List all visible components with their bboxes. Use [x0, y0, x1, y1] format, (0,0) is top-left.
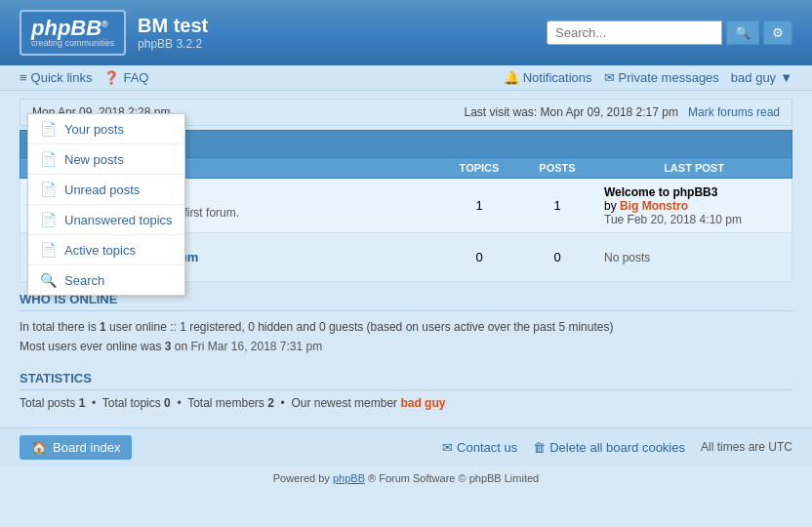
last-post-author: Big Monstro — [620, 199, 688, 213]
nav-right: 🔔 Notifications ✉ Private messages bad g… — [504, 70, 792, 85]
logo-tagline: creating communities — [31, 39, 114, 48]
total-topics-label: Total topics — [102, 396, 161, 410]
dropdown-search[interactable]: 🔍 Search — [28, 265, 184, 295]
search-label: Search — [64, 273, 104, 288]
search-area: 🔍 ⚙ — [547, 20, 792, 45]
online-count: 1 — [100, 320, 106, 334]
unanswered-topics-label: Unanswered topics — [64, 213, 173, 227]
unread-posts-label: Unread posts — [64, 182, 140, 197]
home-icon: 🏠 — [31, 440, 47, 455]
forum-last-post: Welcome to phpBB3 by Big Monstro Tue Feb… — [596, 182, 792, 230]
powered-by-text: Powered by — [273, 472, 330, 484]
forum-posts-count-2: 0 — [518, 250, 596, 264]
logo-area: phpBB® creating communities BM test phpB… — [20, 10, 208, 56]
quick-links-label: Quick links — [31, 70, 93, 85]
total-topics-val: 0 — [164, 396, 171, 410]
site-title-block: BM test phpBB 3.2.2 — [138, 15, 208, 51]
timezone-label: All times are UTC — [701, 440, 792, 454]
private-messages-link[interactable]: ✉ Private messages — [604, 70, 719, 85]
footer-left: 🏠 Board index — [20, 435, 132, 460]
contact-us-label: Contact us — [457, 440, 517, 455]
delete-cookies-label: Delete all board cookies — [549, 440, 685, 455]
document-icon: 📄 — [40, 121, 57, 137]
last-post-date: Tue Feb 20, 2018 4:10 pm — [604, 213, 784, 226]
statistics-title: STATISTICS — [20, 371, 792, 390]
dropdown-your-posts[interactable]: 📄 Your posts — [28, 114, 184, 144]
board-index-button[interactable]: 🏠 Board index — [20, 435, 132, 460]
total-posts-val: 1 — [79, 396, 86, 410]
notifications-label: Notifications — [523, 70, 592, 85]
forum-posts-count: 1 — [518, 198, 596, 213]
delete-cookies-link[interactable]: 🗑 Delete all board cookies — [533, 440, 685, 455]
col-topics: TOPICS — [440, 158, 518, 178]
notifications-link[interactable]: 🔔 Notifications — [504, 70, 592, 85]
footer-right: ✉ Contact us 🗑 Delete all board cookies … — [442, 440, 792, 455]
quick-links-menu[interactable]: ≡ Quick links — [20, 70, 92, 85]
dropdown-unanswered-topics[interactable]: 📄 Unanswered topics — [28, 205, 184, 235]
active-topics-label: Active topics — [64, 243, 136, 258]
last-post-title: Welcome to phpBB3 — [604, 185, 784, 199]
last-visit-text: Last visit was: Mon Apr 09, 2018 2:17 pm… — [465, 105, 781, 119]
nav-left: ≡ Quick links ❓ FAQ — [20, 70, 148, 85]
search-button[interactable]: 🔍 — [726, 20, 759, 45]
footer-bottom: Powered by phpBB ® Forum Software © phpB… — [0, 466, 812, 490]
your-posts-label: Your posts — [64, 122, 124, 137]
navbar: ≡ Quick links ❓ FAQ 🔔 Notifications ✉ Pr… — [0, 65, 812, 91]
max-users-date: Fri Mar 16, 2018 7:31 pm — [190, 340, 322, 353]
statistics-section: STATISTICS Total posts 1 • Total topics … — [0, 367, 812, 420]
newest-member-label: Our newest member — [291, 396, 397, 410]
user-menu[interactable]: bad guy ▼ — [731, 70, 792, 85]
footer-bar: 🏠 Board index ✉ Contact us 🗑 Delete all … — [0, 427, 812, 466]
site-header: phpBB® creating communities BM test phpB… — [0, 0, 812, 65]
chevron-down-icon: ▼ — [780, 70, 792, 85]
forum-topics-count: 1 — [440, 198, 518, 213]
forum-topics-count-2: 0 — [440, 250, 518, 264]
total-posts-label: Total posts — [20, 396, 75, 410]
max-users: 3 — [165, 340, 172, 353]
advanced-search-button[interactable]: ⚙ — [763, 20, 792, 45]
total-members-val: 2 — [267, 396, 274, 410]
envelope-icon-2: ✉ — [442, 440, 453, 455]
phpbb-link[interactable]: phpBB — [333, 472, 365, 484]
faq-link[interactable]: ❓ FAQ — [103, 70, 148, 85]
no-posts-label: No posts — [604, 251, 650, 264]
last-post-by: by Big Monstro — [604, 199, 784, 213]
site-version: phpBB 3.2.2 — [138, 37, 208, 51]
forum-last-post-2: No posts — [596, 247, 792, 268]
newest-member-link[interactable]: bad guy — [400, 396, 445, 410]
board-index-label: Board index — [53, 440, 120, 455]
document-icon-4: 📄 — [40, 212, 57, 227]
private-messages-label: Private messages — [619, 70, 719, 85]
dropdown-new-posts[interactable]: 📄 New posts — [28, 144, 184, 175]
col-last-post: LAST POST — [596, 158, 792, 178]
col-posts: POSTS — [518, 158, 596, 178]
mark-forums-read-link[interactable]: Mark forums read — [688, 105, 780, 119]
statistics-text: Total posts 1 • Total topics 0 • Total m… — [20, 396, 792, 410]
document-icon-2: 📄 — [40, 151, 57, 167]
contact-us-link[interactable]: ✉ Contact us — [442, 440, 517, 455]
quick-links-dropdown: 📄 Your posts 📄 New posts 📄 Unread posts … — [27, 113, 185, 296]
dropdown-active-topics[interactable]: 📄 Active topics — [28, 235, 184, 265]
hamburger-icon: ≡ — [20, 70, 27, 85]
document-icon-5: 📄 — [40, 242, 57, 258]
dropdown-unread-posts[interactable]: 📄 Unread posts — [28, 175, 184, 205]
document-icon-3: 📄 — [40, 182, 57, 197]
phpbb-suffix: ® Forum Software © phpBB Limited — [368, 472, 539, 484]
faq-label: FAQ — [123, 70, 148, 85]
bell-icon: 🔔 — [504, 70, 519, 85]
search-input[interactable] — [547, 20, 722, 45]
search-icon: 🔍 — [40, 272, 57, 288]
envelope-icon: ✉ — [604, 70, 615, 85]
total-members-label: Total members — [187, 396, 264, 410]
trash-icon: 🗑 — [533, 440, 546, 455]
new-posts-label: New posts — [64, 152, 124, 167]
user-label: bad guy — [731, 70, 776, 85]
question-icon: ❓ — [103, 70, 119, 85]
site-title: BM test — [138, 15, 208, 37]
who-is-online-text: In total there is 1 user online :: 1 reg… — [20, 317, 792, 357]
logo: phpBB® creating communities — [20, 10, 126, 56]
